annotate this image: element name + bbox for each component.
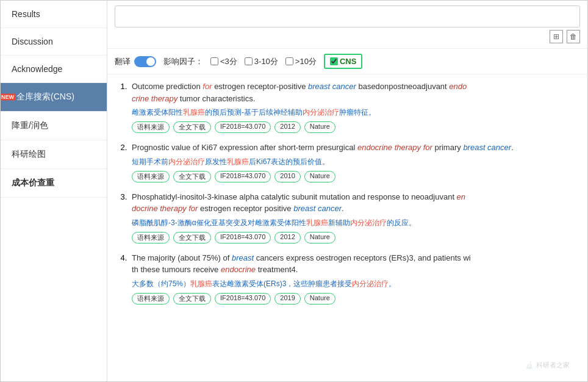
tag-if[interactable]: IF2018=43.070	[215, 171, 271, 182]
sidebar-item-cns-search[interactable]: NEW 全库搜索(CNS)	[1, 83, 107, 112]
result-2-title: Prognostic value of Ki67 expression afte…	[132, 142, 578, 154]
tag-source[interactable]: 语料来源	[132, 293, 170, 305]
main-content: ⊞ 🗑 翻译 影响因子： <3分 3-10分 >10分	[107, 1, 587, 381]
filter-3-10[interactable]: 3-10分	[245, 56, 278, 67]
sidebar-item-label: Discussion	[12, 37, 53, 46]
filter-cns-checkbox[interactable]	[330, 57, 338, 65]
result-1-chinese: 雌激素受体阳性乳腺癌的预后预测-基于后续神经辅助内分泌治疗肿瘤特征。	[132, 107, 578, 118]
sidebar-item-label: Results	[12, 9, 40, 19]
sidebar-item-discussion[interactable]: Discussion	[1, 28, 107, 56]
result-item-1: Outcome prediction for estrogen receptor…	[129, 81, 578, 133]
results-area: Outcome prediction for estrogen receptor…	[107, 74, 587, 381]
sidebar-item-label: 全库搜索(CNS)	[16, 92, 74, 101]
filter-cns-label: CNS	[340, 57, 356, 66]
filter-cns[interactable]: CNS	[324, 54, 362, 69]
result-1-tags: 语料来源 全文下载 IF2018=43.070 2012 Nature	[132, 121, 578, 133]
translate-label: 翻译	[115, 56, 131, 67]
sidebar-item-label: 降重/润色	[12, 120, 48, 130]
result-3-title: Phosphatidyl-inositol-3-kinase alpha cat…	[132, 191, 578, 215]
tag-fulltext[interactable]: 全文下载	[173, 171, 211, 182]
tag-journal[interactable]: Nature	[304, 232, 335, 243]
result-2-tags: 语料来源 全文下载 IF2018=43.070 2010 Nature	[132, 171, 578, 182]
result-item-4: The majority (about 75%) of breast cance…	[129, 252, 578, 305]
sidebar: Results Discussion Acknowledge NEW 全库搜索(…	[1, 1, 107, 381]
delete-icon-btn[interactable]: 🗑	[567, 30, 580, 43]
tag-fulltext[interactable]: 全文下载	[173, 232, 211, 243]
tag-if[interactable]: IF2018=43.070	[215, 232, 271, 243]
result-2-chinese: 短期手术前内分泌治疗原发性乳腺癌后Ki67表达的预后价值。	[132, 156, 578, 167]
sidebar-item-label: Acknowledge	[12, 64, 62, 74]
tag-source[interactable]: 语料来源	[132, 171, 170, 182]
sidebar-item-label: 成本价查重	[12, 178, 54, 187]
tag-journal[interactable]: Nature	[304, 121, 335, 133]
search-bar-area: ⊞ 🗑	[107, 1, 587, 49]
sidebar-item-reduce[interactable]: 降重/润色	[1, 112, 107, 140]
result-item-3: Phosphatidyl-inositol-3-kinase alpha cat…	[129, 191, 578, 243]
result-3-tags: 语料来源 全文下载 IF2018=43.070 2012 Nature	[132, 232, 578, 243]
sidebar-item-drawing[interactable]: 科研绘图	[1, 140, 107, 169]
filter-lt3-checkbox[interactable]	[210, 57, 218, 65]
result-4-tags: 语料来源 全文下载 IF2018=43.070 2019 Nature	[132, 293, 578, 305]
impact-factor-label: 影响因子：	[163, 56, 203, 67]
sidebar-item-results[interactable]: Results	[1, 1, 107, 28]
filter-3-10-checkbox[interactable]	[245, 57, 253, 65]
result-item-2: Prognostic value of Ki67 expression afte…	[129, 142, 578, 182]
watermark-text: 科研者之家	[536, 361, 570, 370]
tag-journal[interactable]: Nature	[304, 171, 335, 182]
tag-year[interactable]: 2010	[274, 171, 300, 182]
result-1-title: Outcome prediction for estrogen receptor…	[132, 81, 578, 104]
search-input[interactable]	[115, 5, 580, 27]
tag-fulltext[interactable]: 全文下载	[173, 121, 211, 133]
tag-source[interactable]: 语料来源	[132, 232, 170, 243]
tag-journal[interactable]: Nature	[304, 293, 335, 305]
filter-gt10-checkbox[interactable]	[285, 57, 293, 65]
filter-lt3[interactable]: <3分	[210, 56, 237, 67]
filter-3-10-label: 3-10分	[254, 56, 278, 67]
filter-gt10[interactable]: >10分	[285, 56, 317, 67]
translate-toggle-switch[interactable]	[134, 56, 156, 67]
tag-if[interactable]: IF2018=43.070	[215, 121, 271, 133]
tag-year[interactable]: 2012	[274, 121, 300, 133]
result-4-title: The majority (about 75%) of breast cance…	[132, 252, 578, 276]
filter-lt3-label: <3分	[220, 56, 237, 67]
result-3-chinese: 磷脂酰肌醇-3-激酶α催化亚基突变及对雌激素受体阳性乳腺癌新辅助内分泌治疗的反应…	[132, 217, 578, 228]
sidebar-item-cost-check[interactable]: 成本价查重	[1, 169, 107, 198]
translate-toggle-group: 翻译	[115, 56, 156, 67]
filter-bar: 翻译 影响因子： <3分 3-10分 >10分 CNS	[107, 49, 587, 74]
watermark-icon: 🔬	[525, 361, 534, 369]
tag-year[interactable]: 2019	[274, 293, 300, 305]
search-actions: ⊞ 🗑	[115, 30, 580, 43]
tag-source[interactable]: 语料来源	[132, 121, 170, 133]
tag-fulltext[interactable]: 全文下载	[173, 293, 211, 305]
sidebar-item-label: 科研绘图	[12, 149, 46, 159]
filter-gt10-label: >10分	[295, 56, 317, 67]
result-4-chinese: 大多数（约75%）乳腺癌表达雌激素受体(ERs)3，这些肿瘤患者接受内分泌治疗。	[132, 278, 578, 289]
tag-year[interactable]: 2012	[274, 232, 300, 243]
watermark: 🔬 科研者之家	[525, 361, 570, 370]
copy-icon-btn[interactable]: ⊞	[550, 30, 563, 43]
sidebar-item-acknowledge[interactable]: Acknowledge	[1, 56, 107, 83]
tag-if[interactable]: IF2018=43.070	[215, 293, 271, 305]
